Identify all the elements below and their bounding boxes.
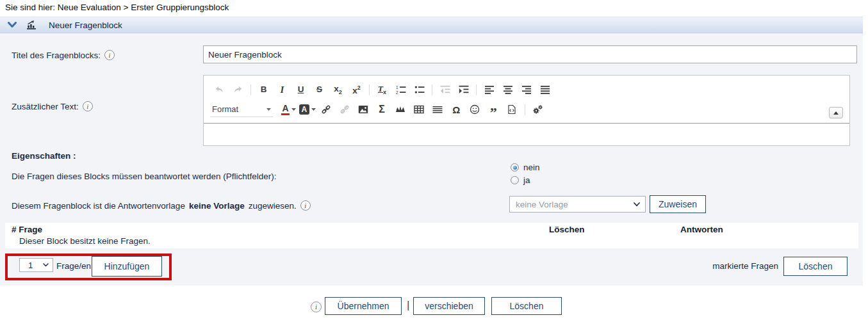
blockquote-icon[interactable]: ” (485, 102, 502, 117)
plugins-icon[interactable] (529, 102, 546, 117)
mandatory-label: Die Fragen dieses Blocks müssen beantwor… (12, 172, 276, 181)
title-input[interactable] (203, 45, 857, 63)
marked-questions-label: markierte Fragen (679, 261, 778, 271)
align-right-icon[interactable] (518, 82, 535, 97)
svg-text:1: 1 (396, 85, 398, 90)
question-unit-label: Frage/en (56, 261, 91, 271)
question-count-select[interactable]: 1 (19, 258, 53, 272)
unlink-icon (336, 102, 353, 117)
svg-text:2: 2 (396, 90, 398, 95)
question-block-header-bar: Neuer Fragenblock (0, 17, 863, 33)
chevron-down-icon (43, 263, 49, 267)
rich-text-editor: BIUSx2x2Tx12 Format AAΣΩ” (203, 75, 850, 146)
collapse-toolbar-button[interactable] (829, 107, 843, 118)
link-icon[interactable] (318, 102, 334, 117)
toolbar-separator (250, 85, 251, 95)
source-icon[interactable] (504, 102, 520, 117)
italic-icon[interactable]: I (274, 82, 291, 97)
template-sentence-suffix: zugewiesen. (249, 201, 297, 211)
breadcrumb[interactable]: Sie sind hier: Neue Evaluation > Erster … (5, 3, 229, 12)
special-character-icon[interactable]: Ω (448, 102, 464, 117)
text-color-icon[interactable]: A (281, 102, 297, 117)
align-center-icon[interactable] (500, 82, 516, 97)
assign-button[interactable]: Zuweisen (650, 195, 706, 213)
apply-button[interactable]: Übernehmen (325, 297, 402, 315)
superscript-icon[interactable]: x2 (348, 82, 365, 97)
format-dropdown[interactable]: Format (210, 102, 273, 117)
column-header-loeschen: Löschen (549, 225, 585, 234)
evaluation-block-editor-screen: Sie sind hier: Neue Evaluation > Erster … (0, 0, 868, 322)
image-icon[interactable] (355, 102, 372, 117)
horizontal-rule-icon[interactable] (429, 102, 446, 117)
title-label-row: Titel des Fragenblocks: i (12, 50, 115, 60)
toolbar-separator (432, 85, 432, 95)
editor-content-area[interactable] (204, 124, 849, 145)
info-icon[interactable]: i (104, 50, 115, 60)
strikethrough-icon[interactable]: S (311, 82, 328, 97)
move-button[interactable]: verschieben (413, 297, 485, 315)
format-dropdown-value: Format (212, 104, 238, 114)
background-color-icon[interactable]: A (299, 102, 316, 117)
info-icon[interactable]: i (311, 302, 322, 312)
additional-text-label-row: Zusätzlicher Text: i (12, 101, 93, 111)
footer-separator: | (407, 299, 409, 312)
radio-option-ja[interactable]: ja (511, 175, 540, 185)
chevron-down-icon[interactable] (8, 22, 17, 28)
decrease-indent-icon (437, 82, 454, 97)
numbered-list-icon[interactable]: 12 (393, 82, 409, 97)
justify-icon[interactable] (537, 82, 553, 97)
increase-indent-icon[interactable] (455, 82, 472, 97)
template-sentence-bold: keine Vorlage (189, 201, 245, 211)
block-title: Neuer Fragenblock (49, 20, 122, 30)
remove-format-icon[interactable]: Tx (374, 82, 391, 97)
empty-questions-message: Dieser Block besitzt keine Fragen. (19, 236, 151, 246)
additional-text-label: Zusätzlicher Text: (12, 102, 79, 111)
toolbar-separator (525, 104, 525, 115)
delete-block-button[interactable]: Löschen (491, 297, 562, 315)
delete-marked-button[interactable]: Löschen (783, 257, 848, 276)
undo-icon (211, 82, 228, 97)
formula-editor-icon[interactable] (392, 102, 409, 117)
template-sentence: Diesem Fragenblock ist die Antwortenvorl… (12, 200, 311, 211)
radio-option-nein[interactable]: nein (511, 163, 540, 172)
smiley-icon[interactable] (466, 102, 483, 117)
align-left-icon[interactable] (481, 82, 498, 97)
column-header-frage: # Frage (12, 225, 42, 234)
add-question-button[interactable]: Hinzufügen (92, 256, 162, 277)
underline-icon[interactable]: U (293, 82, 309, 97)
triangle-up-icon (833, 111, 839, 115)
table-icon[interactable] (411, 102, 427, 117)
mandatory-radio-group: nein ja (511, 163, 540, 185)
toolbar-separator (369, 85, 370, 95)
subscript-icon[interactable]: x2 (330, 82, 347, 97)
info-icon[interactable]: i (300, 200, 311, 211)
title-label: Titel des Fragenblocks: (12, 51, 101, 60)
question-count-value: 1 (20, 261, 33, 270)
radio-nein-input[interactable] (511, 163, 519, 172)
column-header-antworten: Antworten (680, 225, 723, 234)
redo-icon (230, 82, 247, 97)
editor-toolbar-row-1: BIUSx2x2Tx12 (210, 81, 554, 98)
properties-heading: Eigenschaften : (12, 151, 76, 161)
radio-nein-label: nein (523, 163, 540, 172)
info-icon[interactable]: i (83, 101, 93, 111)
chevron-down-icon (634, 202, 640, 207)
bold-icon[interactable]: B (256, 82, 272, 97)
template-sentence-prefix: Diesem Fragenblock ist die Antwortenvorl… (12, 201, 185, 211)
bulleted-list-icon[interactable] (411, 82, 428, 97)
radio-ja-label: ja (523, 175, 530, 185)
statistics-chart-icon[interactable] (26, 20, 37, 30)
math-sum-icon[interactable]: Σ (373, 102, 390, 117)
template-select-value: keine Vorlage (510, 200, 568, 209)
radio-ja-input[interactable] (511, 176, 519, 184)
template-select[interactable]: keine Vorlage (509, 196, 646, 213)
toolbar-separator (476, 85, 477, 95)
editor-toolbar-row-2: Format AAΣΩ” (210, 101, 547, 118)
